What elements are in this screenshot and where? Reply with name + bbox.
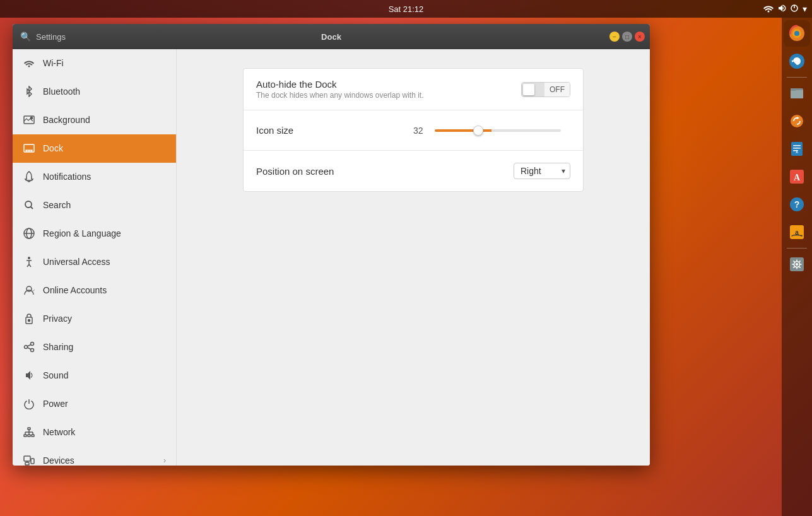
launcher-files[interactable]	[784, 80, 810, 107]
launcher-settings[interactable]	[784, 251, 810, 278]
position-dropdown[interactable]: Left Bottom Right	[514, 163, 570, 179]
sidebar-label-network: Network	[43, 427, 166, 437]
wifi-status-icon[interactable]	[763, 4, 774, 15]
auto-hide-row: Auto-hide the Dock The dock hides when a…	[244, 69, 583, 110]
window-left-section: 🔍 Settings	[13, 32, 66, 42]
position-title: Position on screen	[256, 166, 514, 177]
sidebar-item-wifi[interactable]: Wi-Fi	[13, 49, 176, 78]
launcher-backup[interactable]	[784, 108, 810, 134]
svg-point-14	[28, 257, 30, 259]
toggle-track	[522, 83, 544, 97]
svg-rect-8	[31, 150, 32, 151]
launcher-help[interactable]: ?	[784, 191, 810, 218]
sidebar-item-bluetooth[interactable]: Bluetooth	[13, 78, 176, 106]
sidebar-label-region: Region & Language	[43, 228, 166, 238]
sidebar-label-sound: Sound	[43, 370, 166, 380]
launcher-separator-1	[787, 77, 807, 78]
launcher-writer[interactable]: A	[784, 136, 810, 162]
launcher: A A ? a	[782, 18, 812, 516]
toggle-thumb	[523, 84, 534, 95]
svg-rect-23	[28, 428, 30, 430]
sidebar-item-dock[interactable]: Dock	[13, 134, 176, 163]
icon-size-row: Icon size 32	[244, 110, 583, 151]
sidebar-label-universal-access: Universal Access	[43, 257, 166, 267]
search-icon[interactable]: 🔍	[20, 32, 31, 42]
sidebar-label-wifi: Wi-Fi	[43, 58, 166, 68]
sidebar-item-universal-access[interactable]: Universal Access	[13, 248, 176, 276]
svg-rect-44	[791, 90, 803, 98]
privacy-icon	[23, 312, 35, 325]
dropdown-icon[interactable]: ▾	[803, 4, 807, 14]
launcher-firefox[interactable]	[784, 20, 810, 47]
sidebar-item-notifications[interactable]: Notifications	[13, 163, 176, 191]
launcher-amazon[interactable]: a	[784, 219, 810, 245]
svg-rect-34	[31, 459, 34, 464]
sidebar-item-network[interactable]: Network	[13, 418, 176, 447]
position-label-group: Position on screen	[256, 166, 514, 177]
window-titlebar: 🔍 Settings Dock − □ ×	[13, 24, 650, 49]
sidebar-item-background[interactable]: Background	[13, 106, 176, 134]
svg-rect-45	[791, 88, 796, 91]
window-controls: − □ ×	[609, 32, 645, 42]
bluetooth-icon	[23, 85, 35, 98]
icon-size-slider-wrapper	[435, 124, 570, 137]
svg-point-20	[31, 349, 34, 352]
search-sidebar-icon	[23, 199, 35, 211]
volume-status-icon[interactable]	[777, 4, 786, 15]
svg-line-22	[28, 348, 31, 349]
sidebar-item-sound[interactable]: Sound	[13, 361, 176, 390]
dock-icon	[23, 142, 35, 155]
wifi-icon	[23, 57, 35, 69]
desktop: 🔍 Settings Dock − □ ×	[0, 18, 812, 516]
position-control: Left Bottom Right	[514, 163, 570, 179]
bell-icon	[23, 170, 35, 183]
launcher-thunderbird[interactable]	[784, 48, 810, 74]
sharing-icon	[23, 341, 35, 353]
minimize-button[interactable]: −	[609, 32, 620, 42]
dock-settings-card: Auto-hide the Dock The dock hides when a…	[243, 68, 584, 192]
svg-text:A: A	[796, 150, 798, 154]
topbar: Sat 21:12 ▾	[0, 0, 812, 18]
svg-line-21	[28, 345, 31, 347]
sound-icon	[23, 369, 35, 382]
sidebar-label-sharing: Sharing	[43, 342, 166, 352]
sidebar: Wi-Fi Bluetooth	[13, 49, 177, 466]
svg-rect-32	[24, 456, 30, 461]
icon-size-control: 32	[413, 124, 570, 137]
sidebar-item-power[interactable]: Power	[13, 390, 176, 418]
sidebar-item-privacy[interactable]: Privacy	[13, 305, 176, 333]
maximize-button[interactable]: □	[622, 32, 632, 42]
sidebar-label-notifications: Notifications	[43, 172, 166, 182]
sidebar-item-sharing[interactable]: Sharing	[13, 333, 176, 361]
topbar-time: Sat 21:12	[389, 4, 424, 14]
svg-point-3	[31, 117, 33, 119]
sidebar-label-privacy: Privacy	[43, 314, 166, 324]
icon-size-slider[interactable]	[435, 129, 561, 132]
background-icon	[23, 114, 35, 126]
auto-hide-control: OFF	[521, 82, 570, 97]
main-content: Auto-hide the Dock The dock hides when a…	[177, 49, 650, 466]
svg-line-10	[31, 207, 33, 209]
sidebar-item-region[interactable]: Region & Language	[13, 220, 176, 248]
close-button[interactable]: ×	[635, 32, 645, 42]
universal-access-icon	[23, 255, 35, 268]
launcher-fonts[interactable]: A	[784, 163, 810, 190]
devices-icon	[23, 454, 35, 466]
sidebar-label-online-accounts: Online Accounts	[43, 285, 166, 295]
sidebar-item-devices[interactable]: Devices ›	[13, 447, 176, 466]
sidebar-item-search[interactable]: Search	[13, 191, 176, 220]
svg-rect-49	[793, 148, 801, 149]
svg-rect-25	[28, 435, 30, 437]
position-row: Position on screen Left Bottom Right	[244, 151, 583, 191]
devices-chevron: ›	[163, 456, 166, 465]
power-status-icon[interactable]	[790, 4, 799, 15]
auto-hide-toggle[interactable]: OFF	[521, 82, 570, 97]
auto-hide-label-group: Auto-hide the Dock The dock hides when a…	[256, 79, 521, 100]
sidebar-item-online-accounts[interactable]: Online Accounts	[13, 276, 176, 305]
svg-text:A: A	[794, 173, 801, 182]
sidebar-label-background: Background	[43, 115, 166, 125]
auto-hide-description: The dock hides when any windows overlap …	[256, 91, 521, 100]
svg-rect-7	[28, 150, 30, 151]
icon-size-slider-container: 32	[413, 124, 570, 137]
settings-window: 🔍 Settings Dock − □ ×	[13, 24, 650, 466]
